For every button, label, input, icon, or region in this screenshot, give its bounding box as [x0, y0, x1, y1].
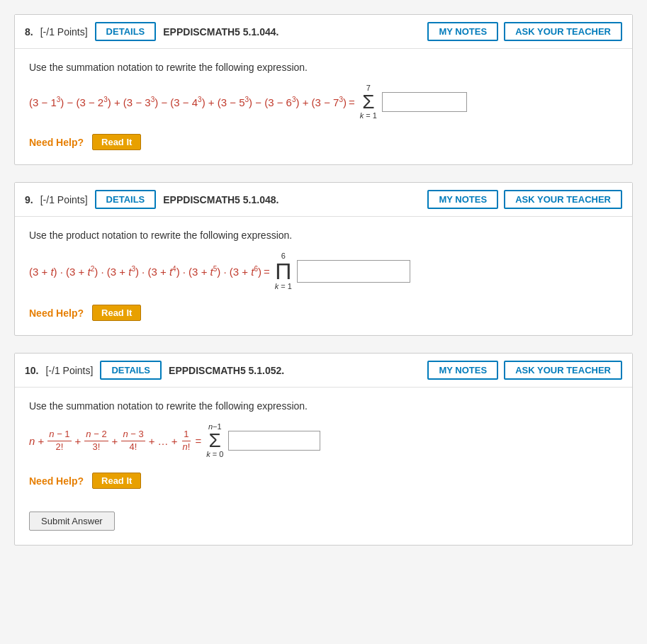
- product-bottom-9: k = 1: [275, 283, 292, 290]
- problem-card-8: 8. [-/1 Points] DETAILS EPPDISCMATH5 5.1…: [14, 14, 633, 165]
- fraction-den-1: 2!: [55, 441, 65, 453]
- problem-body-9: Use the product notation to rewrite the …: [15, 217, 632, 335]
- fraction-3: n − 3 4!: [121, 429, 145, 453]
- fraction-den-2: 3!: [91, 441, 102, 453]
- equals-sign-10: =: [195, 435, 201, 447]
- fraction-2: n − 2 3!: [84, 429, 108, 453]
- product-block-9: 6 Π k = 1: [275, 252, 292, 290]
- details-button-8[interactable]: DETAILS: [95, 22, 157, 41]
- math-expression-10: n + n − 1 2! + n − 2 3! + n − 3 4! + … +…: [29, 423, 618, 458]
- sigma-block-10: n−1 Σ k = 0: [206, 423, 223, 458]
- answer-input-9[interactable]: [297, 260, 410, 283]
- problem-header-8: 8. [-/1 Points] DETAILS EPPDISCMATH5 5.1…: [15, 15, 632, 49]
- sigma-symbol-10: Σ: [209, 431, 221, 451]
- plus-2: +: [112, 435, 118, 447]
- read-it-button-8[interactable]: Read It: [92, 134, 141, 150]
- problem-header-10: 10. [-/1 Points] DETAILS EPPDISCMATH5 5.…: [15, 354, 632, 388]
- problem-body-10: Use the summation notation to rewrite th…: [15, 388, 632, 545]
- fraction-num-1: n − 1: [47, 429, 71, 441]
- details-button-10[interactable]: DETAILS: [100, 361, 162, 380]
- problem-card-9: 9. [-/1 Points] DETAILS EPPDISCMATH5 5.1…: [14, 182, 633, 336]
- submit-button[interactable]: Submit Answer: [29, 512, 115, 531]
- problem-points-10: [-/1 Points]: [45, 365, 93, 376]
- problem-code-10: EPPDISCMATH5 5.1.052.: [169, 365, 420, 376]
- header-right-8: MY NOTES ASK YOUR TEACHER: [427, 22, 622, 41]
- sigma-symbol-8: Σ: [362, 92, 374, 112]
- submit-section: Submit Answer: [29, 500, 618, 531]
- read-it-button-10[interactable]: Read It: [92, 473, 141, 489]
- problem-body-8: Use the summation notation to rewrite th…: [15, 49, 632, 164]
- need-help-row-9: Need Help? Read It: [29, 305, 618, 321]
- ask-teacher-button-8[interactable]: ASK YOUR TEACHER: [504, 22, 622, 41]
- equals-sign-8: =: [349, 96, 355, 108]
- problem-number-9: 9.: [25, 194, 33, 205]
- my-notes-button-8[interactable]: MY NOTES: [427, 22, 498, 41]
- problem-header-9: 9. [-/1 Points] DETAILS EPPDISCMATH5 5.1…: [15, 183, 632, 217]
- details-button-9[interactable]: DETAILS: [95, 190, 157, 209]
- need-help-label-9: Need Help?: [29, 307, 84, 319]
- sigma-bottom-10: k = 0: [206, 451, 223, 458]
- problem-instruction-8: Use the summation notation to rewrite th…: [29, 62, 618, 73]
- fraction-num-3: n − 3: [121, 429, 145, 441]
- math-expression-9: (3 + t) · (3 + t2) · (3 + t3) · (3 + t4)…: [29, 252, 618, 290]
- math-n: n +: [29, 435, 44, 447]
- read-it-button-9[interactable]: Read It: [92, 305, 141, 321]
- problem-card-10: 10. [-/1 Points] DETAILS EPPDISCMATH5 5.…: [14, 353, 633, 546]
- plus-1: +: [75, 435, 81, 447]
- header-right-9: MY NOTES ASK YOUR TEACHER: [427, 190, 622, 209]
- my-notes-button-9[interactable]: MY NOTES: [427, 190, 498, 209]
- fraction-4: 1 n!: [181, 429, 192, 453]
- problem-instruction-9: Use the product notation to rewrite the …: [29, 230, 618, 241]
- answer-input-8[interactable]: [382, 92, 467, 112]
- fraction-den-3: 4!: [128, 441, 139, 453]
- need-help-row-10: Need Help? Read It: [29, 473, 618, 489]
- answer-input-10[interactable]: [228, 431, 320, 451]
- problem-code-9: EPPDISCMATH5 5.1.048.: [163, 194, 420, 205]
- dots: + … +: [149, 435, 178, 447]
- math-term-9: (3 + t) · (3 + t2) · (3 + t3) · (3 + t4)…: [29, 265, 261, 278]
- problem-number-10: 10.: [25, 365, 38, 376]
- need-help-label-8: Need Help?: [29, 137, 84, 148]
- need-help-row-8: Need Help? Read It: [29, 134, 618, 150]
- fraction-num-2: n − 2: [84, 429, 108, 441]
- problem-code-8: EPPDISCMATH5 5.1.044.: [163, 26, 420, 38]
- ask-teacher-button-9[interactable]: ASK YOUR TEACHER: [504, 190, 622, 209]
- sigma-bottom-8: k = 1: [360, 112, 377, 120]
- fraction-1: n − 1 2!: [47, 429, 71, 453]
- need-help-label-10: Need Help?: [29, 475, 84, 487]
- equals-sign-9: =: [264, 266, 270, 278]
- sigma-block-8: 7 Σ k = 1: [360, 84, 377, 120]
- math-term-1: (3 − 13) − (3 − 23) + (3 − 33) − (3 − 43…: [29, 96, 347, 108]
- math-expression-8: (3 − 13) − (3 − 23) + (3 − 33) − (3 − 43…: [29, 84, 618, 120]
- my-notes-button-10[interactable]: MY NOTES: [427, 361, 498, 380]
- problem-number-8: 8.: [25, 26, 33, 38]
- header-right-10: MY NOTES ASK YOUR TEACHER: [427, 361, 622, 380]
- problem-points-9: [-/1 Points]: [40, 194, 88, 205]
- fraction-num-4: 1: [182, 429, 190, 441]
- product-symbol-9: Π: [275, 260, 291, 283]
- problem-points-8: [-/1 Points]: [40, 26, 88, 38]
- ask-teacher-button-10[interactable]: ASK YOUR TEACHER: [504, 361, 622, 380]
- problem-instruction-10: Use the summation notation to rewrite th…: [29, 400, 618, 412]
- fraction-den-4: n!: [181, 441, 192, 453]
